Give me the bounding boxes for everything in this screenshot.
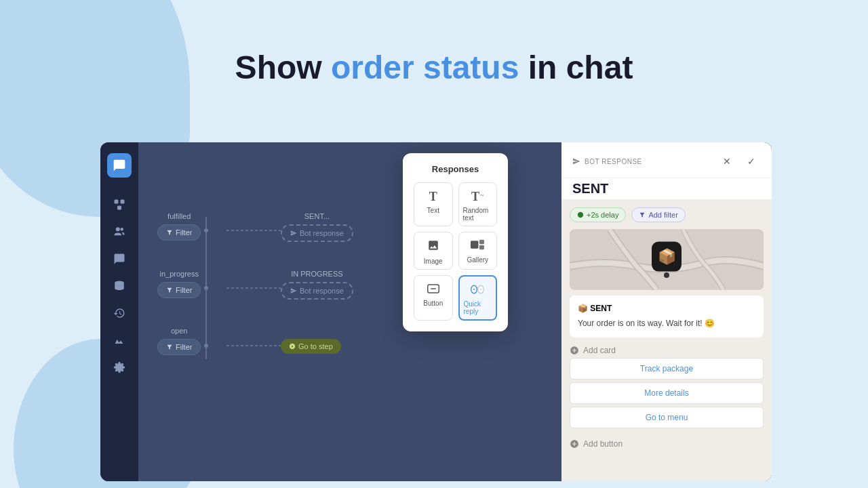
svg-point-11 (204, 228, 208, 232)
filter-badge-label: Add filter (648, 211, 677, 219)
sidebar-item-chat[interactable] (108, 248, 130, 270)
heading-middle: in (519, 49, 566, 85)
responses-grid: T Text T~ Random text Image (414, 182, 497, 321)
svg-point-3 (116, 227, 120, 231)
response-item-quick-reply[interactable]: Quick reply (458, 275, 498, 321)
bot-panel-body: +2s delay Add filter (561, 199, 772, 481)
action-btn-menu[interactable]: Go to menu (570, 407, 764, 428)
response-item-button[interactable]: Button (414, 275, 453, 321)
flow-node-open: open Filter (157, 327, 201, 355)
action-buttons-list: Track package More details Go to menu (570, 358, 764, 428)
responses-panel-title: Responses (414, 164, 497, 174)
map-location-dot (664, 272, 669, 278)
add-button-icon (570, 439, 579, 449)
node-label-open-step: . (310, 327, 312, 335)
action-btn-track[interactable]: Track package (570, 358, 764, 380)
flow-node-inprogress-response: IN PROGRESS Bot response (281, 270, 353, 300)
text-response-icon: T (429, 190, 437, 204)
node-label-open: open (171, 327, 187, 335)
delay-badge[interactable]: +2s delay (570, 207, 626, 222)
response-item-image[interactable]: Image (414, 232, 453, 270)
filter-btn-open[interactable]: Filter (157, 339, 201, 355)
filter-btn-inprogress[interactable]: Filter (157, 282, 201, 298)
flow-node-open-step: . Go to step (281, 327, 341, 354)
add-card-icon (570, 346, 579, 355)
button-response-label: Button (423, 300, 443, 307)
image-response-icon (427, 239, 439, 255)
filter-btn-fulfilled[interactable]: Filter (157, 224, 201, 241)
bot-panel-name: SENT (561, 178, 772, 199)
sidebar (100, 142, 138, 481)
message-card: 📦 SENT Your order is on its way. Wait fo… (570, 296, 764, 338)
response-item-random-text[interactable]: T~ Random text (458, 182, 498, 226)
node-label-fulfilled: fulfilled (167, 212, 191, 220)
heading-prefix: Show (235, 49, 331, 85)
flow-node-fulfilled-response: SENT... Bot response (281, 212, 353, 242)
add-button-row[interactable]: Add button (570, 434, 764, 449)
flow-node-fulfilled: fulfilled Filter (157, 212, 201, 241)
message-card-text: Your order is on its way. Wait for it! 😊 (578, 317, 755, 329)
node-label-inprogress-resp: IN PROGRESS (291, 270, 342, 278)
sidebar-item-settings[interactable] (108, 357, 130, 378)
message-card-title: 📦 SENT (578, 304, 755, 313)
text-response-label: Text (427, 207, 439, 214)
badge-row: +2s delay Add filter (570, 207, 764, 222)
sidebar-item-analytics[interactable] (108, 329, 130, 351)
bot-panel-title-row: BOT RESPONSE (572, 157, 642, 165)
response-item-text[interactable]: T Text (414, 182, 453, 226)
image-response-label: Image (424, 258, 443, 265)
sidebar-item-data[interactable] (108, 275, 130, 297)
svg-rect-15 (479, 240, 484, 244)
svg-rect-16 (479, 245, 484, 249)
random-text-response-label: Random text (463, 207, 493, 222)
sidebar-item-flow[interactable] (108, 194, 130, 216)
app-window: fulfilled Filter SENT... Bot response in… (100, 142, 772, 481)
bot-response-panel: BOT RESPONSE ✕ ✓ SENT +2s delay Add filt… (561, 142, 772, 481)
sidebar-logo[interactable] (107, 153, 132, 178)
quick-reply-response-label: Quick reply (464, 300, 492, 315)
bot-label-tag: BOT RESPONSE (585, 158, 642, 165)
button-response-icon (427, 283, 439, 297)
go-to-step-btn-open[interactable]: Go to step (281, 339, 341, 354)
svg-rect-0 (115, 200, 119, 204)
filter-badge[interactable]: Add filter (631, 207, 685, 222)
svg-rect-1 (121, 200, 125, 204)
send-icon (572, 157, 580, 165)
bot-response-btn-fulfilled[interactable]: Bot response (281, 224, 353, 242)
sidebar-item-history[interactable] (108, 302, 130, 324)
svg-rect-2 (117, 206, 121, 210)
close-panel-button[interactable]: ✕ (717, 152, 736, 171)
bot-response-btn-inprogress[interactable]: Bot response (281, 282, 353, 300)
heading-rest: chat (566, 49, 633, 85)
svg-point-13 (204, 344, 208, 348)
delay-badge-label: +2s delay (587, 211, 618, 219)
action-btn-details[interactable]: More details (570, 382, 764, 404)
flow-node-inprogress: in_progress Filter (157, 270, 201, 298)
heading-highlight1: order status (331, 49, 519, 85)
bot-panel-header: BOT RESPONSE ✕ ✓ (561, 142, 772, 178)
sidebar-item-contacts[interactable] (108, 221, 130, 243)
confirm-panel-button[interactable]: ✓ (742, 152, 761, 171)
page-heading: Show order status in chat (0, 49, 868, 86)
gallery-response-icon (471, 239, 484, 253)
quick-reply-response-icon (471, 283, 484, 298)
node-label-sent: SENT... (304, 212, 330, 220)
svg-rect-14 (471, 241, 478, 248)
node-label-inprogress: in_progress (159, 270, 198, 278)
map-card: 📦 (570, 229, 764, 290)
responses-panel: Responses T Text T~ Random text (403, 153, 508, 331)
gallery-response-label: Gallery (467, 256, 488, 264)
add-card-row[interactable]: Add card (570, 343, 764, 358)
bot-panel-actions: ✕ ✓ (717, 152, 761, 171)
clock-icon (577, 211, 584, 218)
add-button-label: Add button (583, 439, 623, 449)
svg-point-12 (204, 286, 208, 290)
svg-point-4 (121, 228, 124, 231)
filter-icon (639, 211, 646, 218)
package-icon: 📦 (652, 242, 682, 272)
response-item-gallery[interactable]: Gallery (458, 232, 498, 270)
add-card-label: Add card (583, 346, 616, 355)
random-text-response-icon: T~ (471, 190, 484, 204)
